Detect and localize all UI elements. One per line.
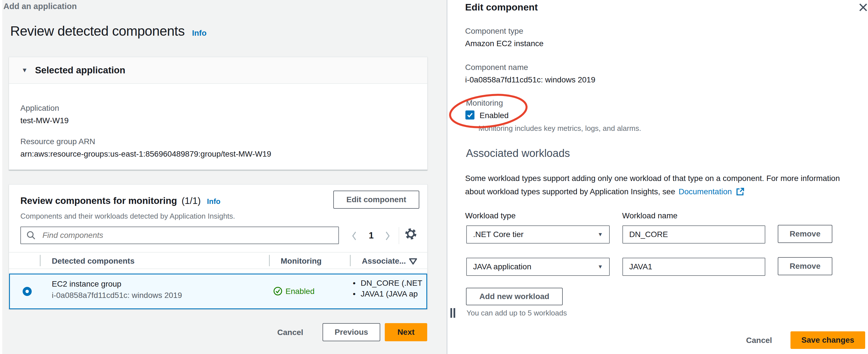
table-row[interactable]: EC2 instance group i-0a0858a7fd11cd51c: … <box>9 273 427 309</box>
workload-type-select[interactable]: JAVA application ▼ <box>466 258 610 276</box>
workload-type-label: Workload type <box>465 211 516 220</box>
row-component-name: EC2 instance group <box>52 278 182 290</box>
funnel-triangle-icon[interactable] <box>408 258 417 265</box>
workload-name-input[interactable] <box>623 226 765 243</box>
application-value: test-MW-W19 <box>20 116 416 125</box>
workload-type-selected-value: JAVA application <box>473 262 531 271</box>
header-monitoring[interactable]: Monitoring <box>281 257 322 266</box>
review-components-card: Review components for monitoring (1/1) I… <box>8 184 428 309</box>
monitoring-enabled-label[interactable]: Enabled <box>479 111 509 120</box>
edit-component-panel: Edit component Component type Amazon EC2… <box>447 0 868 354</box>
review-info-link[interactable]: Info <box>207 197 221 206</box>
header-associated[interactable]: Associate... <box>362 257 406 266</box>
resource-group-arn-label: Resource group ARN <box>20 137 416 146</box>
review-description: Components and their workloads detected … <box>20 212 235 220</box>
page-info-link[interactable]: Info <box>192 29 207 38</box>
associated-workloads-title: Associated workloads <box>466 147 570 159</box>
left-edge-strip <box>0 0 2 354</box>
workload-type-select[interactable]: .NET Core tier ▼ <box>466 226 610 243</box>
drag-bars-icon[interactable] <box>451 308 456 318</box>
toolbar-divider <box>399 227 399 244</box>
pagination-current-page[interactable]: 1 <box>364 231 378 241</box>
row-workload-item: JAVA1 (JAVA ap <box>353 289 427 299</box>
save-changes-button[interactable]: Save changes <box>790 331 865 349</box>
component-type-label: Component type <box>465 27 523 36</box>
documentation-link[interactable]: Documentation <box>678 187 732 196</box>
checkmark-icon <box>466 111 474 119</box>
component-type-value: Amazon EC2 instance <box>465 39 544 48</box>
panel-title: Edit component <box>465 2 538 13</box>
component-name-label: Component name <box>465 63 528 72</box>
chevron-down-icon: ▼ <box>597 231 603 238</box>
remove-workload-button[interactable]: Remove <box>778 225 832 243</box>
gear-icon[interactable] <box>405 228 417 240</box>
triangle-down-icon: ▼ <box>22 66 28 74</box>
breadcrumb[interactable]: Add an application <box>3 2 77 11</box>
table-top-border <box>9 252 427 253</box>
edit-component-button[interactable]: Edit component <box>333 190 419 209</box>
panel-cancel-button[interactable]: Cancel <box>741 334 777 347</box>
magnifier-icon <box>26 230 36 240</box>
review-title: Review components for monitoring <box>20 196 177 206</box>
close-icon[interactable] <box>858 2 868 12</box>
chevron-right-icon[interactable] <box>384 231 391 241</box>
monitoring-enabled-checkbox[interactable] <box>465 111 474 119</box>
wizard-cancel-button[interactable]: Cancel <box>273 326 307 339</box>
monitoring-label: Monitoring <box>466 98 503 108</box>
review-title-row: Review components for monitoring (1/1) I… <box>20 196 220 206</box>
page-title: Review detected components <box>10 23 185 39</box>
workloads-paragraph-line2: about workload types supported by Applic… <box>465 187 745 197</box>
wizard-next-button[interactable]: Next <box>385 323 427 341</box>
column-divider <box>40 255 40 266</box>
workload-name-label: Workload name <box>622 211 678 220</box>
review-count: (1/1) <box>182 196 201 206</box>
selected-application-card: ▼ Selected application Application test-… <box>8 57 428 170</box>
remove-workload-button[interactable]: Remove <box>778 257 832 275</box>
check-circle-icon <box>273 286 283 296</box>
resource-group-arn-value: arn:aws:resource-groups:us-east-1:856960… <box>20 150 416 158</box>
chevron-left-icon[interactable] <box>351 231 358 241</box>
workload-name-input-wrap <box>622 226 765 243</box>
chevron-down-icon: ▼ <box>597 264 603 270</box>
table-header-border <box>9 268 427 269</box>
header-detected-components[interactable]: Detected components <box>52 257 135 266</box>
row-monitoring-status: Enabled <box>285 287 315 296</box>
workload-type-selected-value: .NET Core tier <box>473 230 523 239</box>
selected-application-title: Selected application <box>35 65 125 76</box>
workloads-paragraph-line1: Some workload types support adding only … <box>465 174 840 183</box>
page-title-row: Review detected components Info <box>10 23 207 39</box>
row-workload-item: DN_CORE (.NET <box>353 278 427 289</box>
external-link-icon[interactable] <box>735 187 745 197</box>
row-associated-workloads: DN_CORE (.NET JAVA1 (JAVA ap <box>353 278 427 299</box>
monitoring-help-text: Monitoring includes key metrics, logs, a… <box>478 124 641 133</box>
column-divider <box>269 255 270 266</box>
search-input[interactable] <box>36 227 338 243</box>
workload-limit-help: You can add up to 5 workloads <box>467 309 567 318</box>
add-new-workload-button[interactable]: Add new workload <box>466 288 563 305</box>
component-name-value: i-0a0858a7fd11cd51c: windows 2019 <box>465 75 595 84</box>
selected-application-header[interactable]: ▼ Selected application <box>9 57 427 84</box>
workload-name-input-wrap <box>622 258 765 276</box>
column-divider <box>350 255 350 266</box>
workload-name-input[interactable] <box>623 258 765 275</box>
row-radio-selected[interactable] <box>23 287 32 296</box>
application-label: Application <box>20 104 416 113</box>
search-input-wrap <box>20 227 339 244</box>
wizard-previous-button[interactable]: Previous <box>322 323 380 341</box>
row-component-id: i-0a0858a7fd11cd51c: windows 2019 <box>52 290 182 301</box>
paragraph-text: about workload types supported by Applic… <box>465 187 675 196</box>
row-component-cell: EC2 instance group i-0a0858a7fd11cd51c: … <box>52 278 182 301</box>
